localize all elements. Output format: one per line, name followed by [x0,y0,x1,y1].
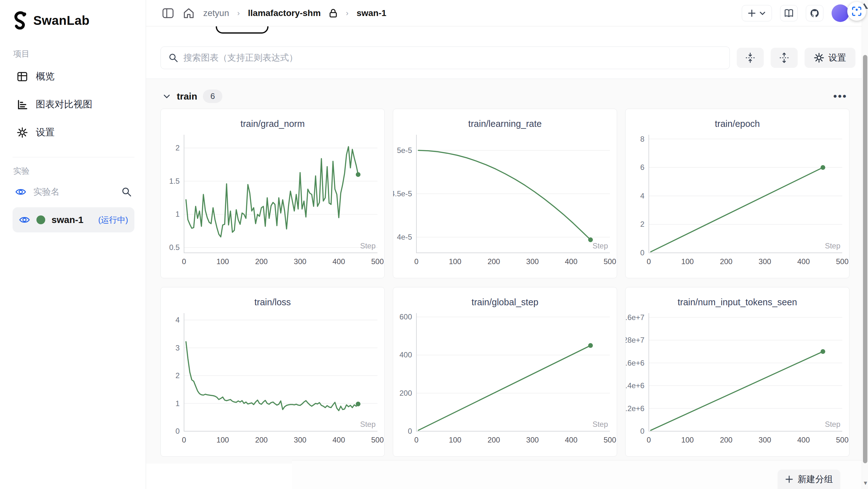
tab-logs[interactable]: 日志 [341,26,379,32]
x-tick-label: 0 [182,257,186,266]
scrollbar-thumb[interactable] [863,55,867,463]
x-tick-label: 400 [797,436,810,444]
gear-icon [17,127,28,138]
search-icon[interactable] [121,187,132,197]
experiment-filter-row[interactable]: 实验名 [12,180,134,204]
eye-icon[interactable] [15,186,26,197]
new-group-button[interactable]: 新建分组 [778,469,840,489]
chart-card[interactable]: train/global_step02004006000100200300400… [393,287,617,457]
chart-search[interactable] [160,47,730,69]
brand-name: SwanLab [33,13,90,28]
chart-card[interactable]: train/epoch024680100200300400500Step [625,109,849,278]
chevron-down-icon [759,10,766,17]
collapse-vertical-icon [744,52,756,64]
x-tick-label: 300 [294,436,307,444]
series-end-dot [588,238,593,242]
y-tick-label: 0 [408,427,412,435]
swanlab-logo-icon [12,11,29,30]
y-tick-label: 0 [640,248,644,257]
sidebar-item-settings[interactable]: 设置 [12,118,134,146]
chart-title: train/learning_rate [393,109,617,130]
breadcrumb-org[interactable]: zetyun [203,8,229,18]
vertical-scrollbar[interactable]: ▼ [862,0,868,489]
x-tick-label: 200 [487,436,500,444]
x-tick-label: 0 [182,436,186,444]
github-button[interactable] [806,5,824,21]
bar-chart-icon [17,99,28,110]
tab-cards[interactable]: 卡片 [160,26,198,32]
x-tick-label: 300 [526,257,539,266]
x-tick-label: 500 [836,257,848,266]
y-tick-label: 6.4e+6 [626,381,644,390]
eye-icon[interactable] [19,214,30,225]
chart-card[interactable]: train/grad_norm0.511.520100200300400500S… [160,109,385,278]
axes [649,313,842,431]
group-title: train [177,91,197,102]
x-axis-label: Step [825,242,840,250]
main-area: zetyun › llamafactory-shm › swan-1 [146,0,868,489]
tab-system[interactable]: 系统 [286,26,324,32]
scan-frame-icon [851,6,862,17]
charts-grid: train/grad_norm0.511.520100200300400500S… [160,109,856,457]
chart-plot: 02004006000100200300400500Step [393,308,617,454]
sidebar-item-label: 图表对比视图 [36,98,92,111]
experiment-row-swan-1[interactable]: swan-1 (运行中) [12,207,134,233]
home-icon[interactable] [182,7,195,20]
axes [184,313,377,431]
y-tick-label: 0.5 [169,243,180,251]
expand-vertical-icon [778,52,790,64]
expand-all-button[interactable] [771,48,798,68]
y-tick-label: 4 [176,316,180,324]
y-tick-label: 4 [640,191,644,200]
x-tick-label: 100 [216,257,229,266]
screenshot-capture-button[interactable] [847,2,866,21]
chart-plot: 012340100200300400500Step [161,308,385,454]
user-avatar[interactable] [832,4,849,22]
x-tick-label: 0 [647,436,651,444]
create-new-button[interactable] [742,5,772,21]
group-menu-icon[interactable]: ••• [827,90,854,102]
breadcrumb-project[interactable]: llamafactory-shm [248,8,321,18]
series-line [418,150,590,240]
chart-card[interactable]: train/loss012340100200300400500Step [160,287,385,457]
y-tick-label: 5e-5 [397,146,412,155]
series-line [418,345,590,430]
chart-card[interactable]: train/num_input_tokens_seen03.2e+66.4e+6… [625,287,849,457]
tab-environment[interactable]: 环境 [397,26,434,32]
sidebar-toggle-icon[interactable] [162,7,174,20]
breadcrumb-run[interactable]: swan-1 [356,8,386,18]
tab-charts[interactable]: 图表 [216,26,269,34]
series-line [651,352,823,430]
series-end-dot [820,349,825,354]
x-tick-label: 500 [603,436,616,444]
series-end-dot [356,402,361,406]
chevron-right-icon: › [346,9,348,18]
charts-content: train 6 ••• train/grad_norm0.511.5201002… [146,79,868,464]
chart-plot: 03.2e+66.4e+69.6e+61.28e+71.6e+701002003… [626,308,849,454]
chart-settings-button[interactable]: 设置 [805,48,856,68]
scroll-down-icon[interactable]: ▼ [863,480,868,487]
chart-card[interactable]: train/learning_rate4e-54.5e-55e-50100200… [393,109,617,278]
tab-label: 环境 [413,26,431,27]
sidebar-item-chart-compare[interactable]: 图表对比视图 [12,90,134,118]
series-line [186,147,358,237]
x-tick-label: 200 [720,436,732,444]
y-tick-label: 1 [176,399,180,408]
app-root: SwanLab 项目 概览 图表对比视图 设置 实验 实验名 swan-1 (运… [0,0,868,489]
x-tick-label: 100 [681,436,694,444]
docs-button[interactable] [780,5,798,21]
chart-toolbar: 设置 [146,35,868,79]
chart-search-input[interactable] [183,53,722,63]
chevron-down-icon[interactable] [162,92,171,101]
x-axis-label: Step [593,242,608,250]
x-tick-label: 500 [836,436,848,444]
brand[interactable]: SwanLab [12,11,134,30]
collapse-all-button[interactable] [737,48,764,68]
plus-icon [748,9,756,17]
tab-label: 系统 [303,26,321,27]
group-header-train[interactable]: train 6 ••• [160,84,856,108]
tab-strip: 卡片 图表 系统 日志 环境 [146,26,868,35]
sidebar-item-overview[interactable]: 概览 [12,62,134,90]
experiment-section-label: 实验 [13,165,134,177]
experiment-name: swan-1 [52,215,92,225]
